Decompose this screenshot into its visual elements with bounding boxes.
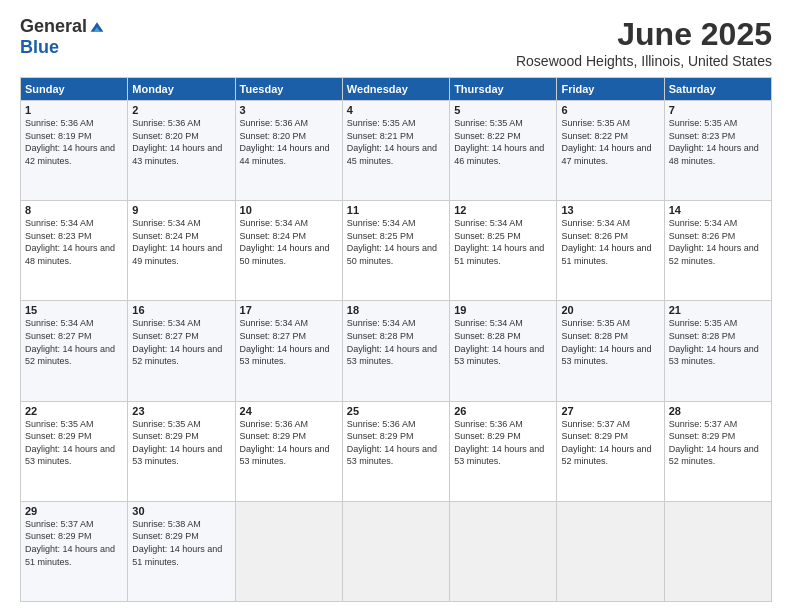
calendar-cell: 3Sunrise: 5:36 AMSunset: 8:20 PMDaylight… <box>235 101 342 201</box>
day-info: Sunrise: 5:34 AMSunset: 8:27 PMDaylight:… <box>25 317 123 367</box>
calendar-cell <box>557 501 664 601</box>
calendar-cell: 22Sunrise: 5:35 AMSunset: 8:29 PMDayligh… <box>21 401 128 501</box>
day-info: Sunrise: 5:34 AMSunset: 8:24 PMDaylight:… <box>132 217 230 267</box>
day-info: Sunrise: 5:37 AMSunset: 8:29 PMDaylight:… <box>669 418 767 468</box>
day-info: Sunrise: 5:37 AMSunset: 8:29 PMDaylight:… <box>561 418 659 468</box>
logo-blue: Blue <box>20 37 59 58</box>
day-info: Sunrise: 5:34 AMSunset: 8:25 PMDaylight:… <box>347 217 445 267</box>
calendar-row-2: 8Sunrise: 5:34 AMSunset: 8:23 PMDaylight… <box>21 201 772 301</box>
logo: General Blue <box>20 16 105 58</box>
day-number: 1 <box>25 104 123 116</box>
day-info: Sunrise: 5:35 AMSunset: 8:29 PMDaylight:… <box>25 418 123 468</box>
calendar-cell: 28Sunrise: 5:37 AMSunset: 8:29 PMDayligh… <box>664 401 771 501</box>
day-number: 26 <box>454 405 552 417</box>
day-number: 5 <box>454 104 552 116</box>
calendar-cell: 2Sunrise: 5:36 AMSunset: 8:20 PMDaylight… <box>128 101 235 201</box>
calendar-cell: 21Sunrise: 5:35 AMSunset: 8:28 PMDayligh… <box>664 301 771 401</box>
day-info: Sunrise: 5:34 AMSunset: 8:26 PMDaylight:… <box>669 217 767 267</box>
calendar-cell: 16Sunrise: 5:34 AMSunset: 8:27 PMDayligh… <box>128 301 235 401</box>
day-info: Sunrise: 5:35 AMSunset: 8:29 PMDaylight:… <box>132 418 230 468</box>
col-header-saturday: Saturday <box>664 78 771 101</box>
page: General Blue June 2025 Rosewood Heights,… <box>0 0 792 612</box>
calendar-cell: 30Sunrise: 5:38 AMSunset: 8:29 PMDayligh… <box>128 501 235 601</box>
calendar-cell: 25Sunrise: 5:36 AMSunset: 8:29 PMDayligh… <box>342 401 449 501</box>
day-number: 8 <box>25 204 123 216</box>
day-number: 20 <box>561 304 659 316</box>
calendar-cell: 13Sunrise: 5:34 AMSunset: 8:26 PMDayligh… <box>557 201 664 301</box>
calendar-cell: 29Sunrise: 5:37 AMSunset: 8:29 PMDayligh… <box>21 501 128 601</box>
day-number: 13 <box>561 204 659 216</box>
calendar-cell: 9Sunrise: 5:34 AMSunset: 8:24 PMDaylight… <box>128 201 235 301</box>
calendar-cell: 24Sunrise: 5:36 AMSunset: 8:29 PMDayligh… <box>235 401 342 501</box>
calendar-cell: 27Sunrise: 5:37 AMSunset: 8:29 PMDayligh… <box>557 401 664 501</box>
calendar-row-3: 15Sunrise: 5:34 AMSunset: 8:27 PMDayligh… <box>21 301 772 401</box>
calendar-cell: 17Sunrise: 5:34 AMSunset: 8:27 PMDayligh… <box>235 301 342 401</box>
day-info: Sunrise: 5:36 AMSunset: 8:20 PMDaylight:… <box>132 117 230 167</box>
day-info: Sunrise: 5:34 AMSunset: 8:25 PMDaylight:… <box>454 217 552 267</box>
logo-icon <box>89 19 105 35</box>
calendar-cell <box>235 501 342 601</box>
calendar-row-1: 1Sunrise: 5:36 AMSunset: 8:19 PMDaylight… <box>21 101 772 201</box>
day-info: Sunrise: 5:36 AMSunset: 8:29 PMDaylight:… <box>454 418 552 468</box>
col-header-monday: Monday <box>128 78 235 101</box>
day-info: Sunrise: 5:34 AMSunset: 8:28 PMDaylight:… <box>347 317 445 367</box>
day-info: Sunrise: 5:36 AMSunset: 8:29 PMDaylight:… <box>240 418 338 468</box>
day-info: Sunrise: 5:35 AMSunset: 8:28 PMDaylight:… <box>561 317 659 367</box>
day-info: Sunrise: 5:34 AMSunset: 8:26 PMDaylight:… <box>561 217 659 267</box>
day-info: Sunrise: 5:34 AMSunset: 8:27 PMDaylight:… <box>240 317 338 367</box>
day-number: 10 <box>240 204 338 216</box>
day-number: 16 <box>132 304 230 316</box>
day-number: 9 <box>132 204 230 216</box>
day-info: Sunrise: 5:35 AMSunset: 8:28 PMDaylight:… <box>669 317 767 367</box>
day-info: Sunrise: 5:36 AMSunset: 8:29 PMDaylight:… <box>347 418 445 468</box>
day-info: Sunrise: 5:34 AMSunset: 8:23 PMDaylight:… <box>25 217 123 267</box>
calendar-table: SundayMondayTuesdayWednesdayThursdayFrid… <box>20 77 772 602</box>
calendar-cell: 6Sunrise: 5:35 AMSunset: 8:22 PMDaylight… <box>557 101 664 201</box>
day-info: Sunrise: 5:34 AMSunset: 8:28 PMDaylight:… <box>454 317 552 367</box>
calendar-cell: 19Sunrise: 5:34 AMSunset: 8:28 PMDayligh… <box>450 301 557 401</box>
title-block: June 2025 Rosewood Heights, Illinois, Un… <box>516 16 772 69</box>
day-info: Sunrise: 5:36 AMSunset: 8:20 PMDaylight:… <box>240 117 338 167</box>
day-number: 6 <box>561 104 659 116</box>
col-header-sunday: Sunday <box>21 78 128 101</box>
day-number: 12 <box>454 204 552 216</box>
logo-general: General <box>20 16 87 37</box>
day-number: 3 <box>240 104 338 116</box>
calendar-cell: 10Sunrise: 5:34 AMSunset: 8:24 PMDayligh… <box>235 201 342 301</box>
calendar-cell: 20Sunrise: 5:35 AMSunset: 8:28 PMDayligh… <box>557 301 664 401</box>
calendar-cell: 7Sunrise: 5:35 AMSunset: 8:23 PMDaylight… <box>664 101 771 201</box>
calendar-cell <box>664 501 771 601</box>
calendar-cell: 26Sunrise: 5:36 AMSunset: 8:29 PMDayligh… <box>450 401 557 501</box>
day-info: Sunrise: 5:36 AMSunset: 8:19 PMDaylight:… <box>25 117 123 167</box>
calendar-cell: 23Sunrise: 5:35 AMSunset: 8:29 PMDayligh… <box>128 401 235 501</box>
day-number: 15 <box>25 304 123 316</box>
calendar-cell <box>342 501 449 601</box>
calendar-cell <box>450 501 557 601</box>
day-number: 18 <box>347 304 445 316</box>
day-number: 17 <box>240 304 338 316</box>
day-info: Sunrise: 5:35 AMSunset: 8:22 PMDaylight:… <box>561 117 659 167</box>
calendar-cell: 4Sunrise: 5:35 AMSunset: 8:21 PMDaylight… <box>342 101 449 201</box>
calendar-cell: 5Sunrise: 5:35 AMSunset: 8:22 PMDaylight… <box>450 101 557 201</box>
calendar-cell: 18Sunrise: 5:34 AMSunset: 8:28 PMDayligh… <box>342 301 449 401</box>
col-header-thursday: Thursday <box>450 78 557 101</box>
calendar-cell: 12Sunrise: 5:34 AMSunset: 8:25 PMDayligh… <box>450 201 557 301</box>
day-info: Sunrise: 5:34 AMSunset: 8:27 PMDaylight:… <box>132 317 230 367</box>
calendar-cell: 11Sunrise: 5:34 AMSunset: 8:25 PMDayligh… <box>342 201 449 301</box>
day-number: 29 <box>25 505 123 517</box>
day-number: 14 <box>669 204 767 216</box>
day-info: Sunrise: 5:35 AMSunset: 8:23 PMDaylight:… <box>669 117 767 167</box>
day-number: 27 <box>561 405 659 417</box>
day-number: 19 <box>454 304 552 316</box>
calendar-cell: 14Sunrise: 5:34 AMSunset: 8:26 PMDayligh… <box>664 201 771 301</box>
day-number: 23 <box>132 405 230 417</box>
day-number: 21 <box>669 304 767 316</box>
location-title: Rosewood Heights, Illinois, United State… <box>516 53 772 69</box>
day-info: Sunrise: 5:35 AMSunset: 8:21 PMDaylight:… <box>347 117 445 167</box>
calendar-cell: 1Sunrise: 5:36 AMSunset: 8:19 PMDaylight… <box>21 101 128 201</box>
day-number: 4 <box>347 104 445 116</box>
day-info: Sunrise: 5:34 AMSunset: 8:24 PMDaylight:… <box>240 217 338 267</box>
col-header-wednesday: Wednesday <box>342 78 449 101</box>
col-header-friday: Friday <box>557 78 664 101</box>
header: General Blue June 2025 Rosewood Heights,… <box>20 16 772 69</box>
